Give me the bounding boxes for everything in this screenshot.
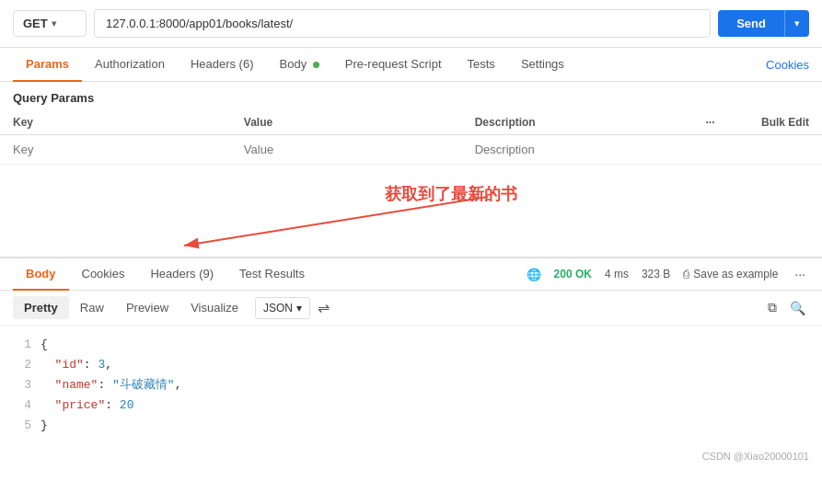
annotation-text: 获取到了最新的书 <box>385 183 517 205</box>
param-description-input[interactable] <box>475 143 680 156</box>
annotation-area: 获取到了最新的书 <box>0 165 822 257</box>
line-num-5: 5 <box>13 416 31 436</box>
tab-authorization[interactable]: Authorization <box>82 48 178 82</box>
tab-headers[interactable]: Headers (6) <box>178 48 267 82</box>
param-dots-cell <box>693 135 728 165</box>
tab-settings[interactable]: Settings <box>508 48 577 82</box>
copy-icon[interactable]: ⧉ <box>764 296 781 319</box>
json-content-5: } <box>41 416 48 436</box>
line-num-4: 4 <box>13 395 31 416</box>
line-num-2: 2 <box>13 355 31 375</box>
url-input[interactable] <box>94 9 711 38</box>
tab-body[interactable]: Body <box>267 48 332 82</box>
col-bulk-edit-header[interactable]: Bulk Edit <box>728 110 822 135</box>
param-value-input[interactable] <box>244 143 449 156</box>
method-selector[interactable]: GET ▾ <box>13 10 87 37</box>
query-params-section: Query Params Key Value Description ··· B… <box>0 82 822 165</box>
format-selector[interactable]: JSON ▾ <box>255 297 310 319</box>
params-table: Key Value Description ··· Bulk Edit <box>0 110 822 165</box>
json-line-3: 3 "name": "斗破藏情", <box>13 375 809 395</box>
tab-params[interactable]: Params <box>13 48 82 82</box>
status-time: 4 ms <box>605 268 629 281</box>
param-key-cell[interactable] <box>0 135 231 165</box>
line-num-3: 3 <box>13 375 31 395</box>
inner-tab-pretty[interactable]: Pretty <box>13 296 69 319</box>
search-icon[interactable]: 🔍 <box>786 297 809 319</box>
cookies-link[interactable]: Cookies <box>766 49 809 81</box>
bottom-tab-body[interactable]: Body <box>13 258 69 291</box>
json-body: 1 { 2 "id": 3, 3 "name": "斗破藏情", 4 "pric… <box>0 326 822 445</box>
section-label: Query Params <box>0 82 822 110</box>
method-label: GET <box>23 17 48 30</box>
request-bar: GET ▾ Send ▾ <box>0 0 822 48</box>
format-label: JSON <box>263 302 293 315</box>
annotation-arrow <box>0 165 822 257</box>
method-chevron-icon: ▾ <box>52 18 56 29</box>
send-button[interactable]: Send <box>718 10 784 37</box>
bottom-tabs-row: Body Cookies Headers (9) Test Results 🌐 … <box>0 258 822 291</box>
line-num-1: 1 <box>13 335 31 355</box>
globe-icon: 🌐 <box>527 268 541 281</box>
param-key-input[interactable] <box>13 143 218 156</box>
col-description-header: Description <box>462 110 693 135</box>
table-row <box>0 135 822 165</box>
json-line-1: 1 { <box>13 335 809 355</box>
json-content-3: "name": "斗破藏情", <box>41 375 181 395</box>
param-bulk-cell <box>728 135 822 165</box>
inner-tab-preview[interactable]: Preview <box>115 296 179 319</box>
main-tabs: Params Authorization Headers (6) Body Pr… <box>0 48 822 82</box>
col-key-header: Key <box>0 110 231 135</box>
json-content-4: "price": 20 <box>41 395 133 416</box>
inner-tabs-row: Pretty Raw Preview Visualize JSON ▾ ⇌ ⧉ … <box>0 291 822 326</box>
send-dropdown-button[interactable]: ▾ <box>784 10 809 37</box>
status-bar: 🌐 200 OK 4 ms 323 B ⎙ Save as example ··… <box>527 258 809 290</box>
col-value-header: Value <box>231 110 462 135</box>
bottom-tab-test-results[interactable]: Test Results <box>226 258 318 291</box>
status-ok-label: 200 OK <box>554 268 592 281</box>
inner-tab-raw[interactable]: Raw <box>69 296 115 319</box>
param-value-cell[interactable] <box>231 135 462 165</box>
bottom-panel: Body Cookies Headers (9) Test Results 🌐 … <box>0 257 822 445</box>
tab-tests[interactable]: Tests <box>455 48 508 82</box>
inner-tab-visualize[interactable]: Visualize <box>179 296 249 319</box>
json-content-2: "id": 3, <box>41 355 112 375</box>
footer: CSDN @Xiao20000101 <box>0 445 822 467</box>
format-chevron-icon: ▾ <box>296 302 302 315</box>
bottom-tab-headers[interactable]: Headers (9) <box>137 258 226 291</box>
wrap-icon[interactable]: ⇌ <box>318 299 330 316</box>
save-example-button[interactable]: ⎙ Save as example <box>683 268 778 281</box>
bottom-tab-cookies[interactable]: Cookies <box>69 258 138 291</box>
param-description-cell[interactable] <box>462 135 693 165</box>
save-icon: ⎙ <box>683 268 689 281</box>
json-line-2: 2 "id": 3, <box>13 355 809 375</box>
col-dots-header: ··· <box>693 110 728 135</box>
footer-text: CSDN @Xiao20000101 <box>702 451 809 462</box>
json-line-5: 5 } <box>13 416 809 436</box>
body-dot <box>313 62 319 68</box>
json-line-4: 4 "price": 20 <box>13 395 809 416</box>
json-content-1: { <box>41 335 48 355</box>
status-size: 323 B <box>642 268 670 281</box>
tab-pre-request[interactable]: Pre-request Script <box>332 48 455 82</box>
send-button-group: Send ▾ <box>718 10 809 37</box>
more-options-button[interactable]: ··· <box>791 267 809 281</box>
save-example-label: Save as example <box>693 268 778 281</box>
